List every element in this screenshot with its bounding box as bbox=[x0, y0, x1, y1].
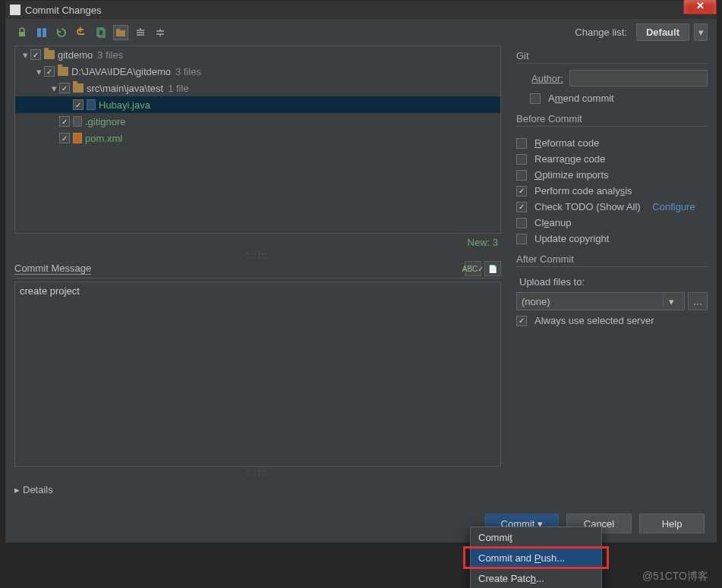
svg-rect-2 bbox=[43, 28, 46, 37]
upload-label: Upload files to: bbox=[519, 276, 708, 288]
tree-file-java[interactable]: Hubayi.java bbox=[15, 96, 500, 113]
rearrange-checkbox[interactable] bbox=[516, 154, 527, 165]
analysis-label: Perform code analysis bbox=[534, 185, 632, 197]
text-file-icon bbox=[73, 116, 82, 127]
optimize-label: Optimize imports bbox=[534, 169, 609, 181]
watermark: @51CTO博客 bbox=[642, 570, 708, 583]
tree-file-gitignore[interactable]: .gitignore bbox=[15, 113, 500, 130]
new-file-status: New: 3 bbox=[14, 234, 501, 250]
java-file-icon bbox=[87, 99, 96, 110]
lock-icon[interactable] bbox=[14, 25, 30, 40]
author-label: Author: bbox=[516, 73, 563, 84]
folder-icon bbox=[44, 50, 55, 59]
tree-label: Hubayi.java bbox=[99, 99, 150, 111]
tree-suffix: 1 file bbox=[168, 83, 188, 94]
tree-label: pom.xml bbox=[85, 133, 122, 144]
splitter-handle[interactable]: :::::: bbox=[14, 468, 501, 476]
file-tree[interactable]: ▾ gitdemo 3 files ▾ D:\JAVA\IDEA\gitdemo… bbox=[14, 46, 501, 234]
always-label: Always use selected server bbox=[534, 315, 654, 326]
cleanup-checkbox[interactable] bbox=[516, 218, 527, 228]
menu-commit[interactable]: Commit bbox=[471, 527, 601, 548]
history-icon[interactable]: 📄 bbox=[484, 261, 501, 276]
amend-checkbox[interactable] bbox=[530, 93, 541, 104]
upload-value: (none) bbox=[522, 296, 550, 307]
commit-message-input[interactable] bbox=[14, 281, 501, 467]
window-title: Commit Changes bbox=[25, 5, 101, 16]
tree-project[interactable]: ▾ D:\JAVA\IDEA\gitdemo 3 files bbox=[15, 63, 500, 80]
titlebar[interactable]: Commit Changes ✕ bbox=[5, 1, 717, 19]
configure-link[interactable]: Configure bbox=[652, 201, 695, 212]
reformat-checkbox[interactable] bbox=[516, 138, 527, 149]
svg-rect-5 bbox=[116, 30, 125, 36]
always-checkbox[interactable] bbox=[516, 316, 527, 326]
checkbox[interactable] bbox=[59, 116, 70, 127]
menu-commit-push[interactable]: Commit and Push... bbox=[471, 548, 601, 568]
copyright-label: Update copyright bbox=[534, 233, 609, 244]
right-panel: Git Author: Amend commit Before Commit R… bbox=[510, 46, 708, 528]
after-commit-section: After Commit bbox=[516, 253, 708, 267]
svg-rect-1 bbox=[37, 28, 41, 37]
before-commit-section: Before Commit bbox=[516, 113, 708, 127]
change-list-value[interactable]: Default bbox=[636, 24, 689, 41]
commit-dialog: Commit Changes ✕ Change list: Default ▾ … bbox=[5, 0, 717, 543]
todo-label: Check TODO (Show All) bbox=[534, 201, 641, 212]
spellcheck-icon[interactable]: ABC✓ bbox=[465, 261, 481, 276]
chevron-down-icon[interactable]: ▾ bbox=[33, 66, 44, 77]
commit-message-label: Commit Message bbox=[14, 263, 91, 275]
details-toggle[interactable]: ▸ Details bbox=[14, 484, 501, 495]
todo-checkbox[interactable] bbox=[516, 202, 527, 212]
change-list-label: Change list: bbox=[575, 27, 627, 38]
author-input[interactable] bbox=[569, 70, 708, 86]
splitter-handle[interactable]: :::::: bbox=[14, 251, 501, 259]
git-section: Git bbox=[516, 50, 708, 64]
checkbox[interactable] bbox=[59, 83, 70, 93]
change-list-dropdown[interactable]: ▾ bbox=[694, 24, 708, 41]
group-icon[interactable] bbox=[113, 25, 128, 40]
rearrange-label: Rearrange code bbox=[534, 153, 605, 165]
tree-label: gitdemo bbox=[58, 49, 93, 61]
tree-label: src\main\java\test bbox=[87, 83, 163, 94]
collapse-icon[interactable] bbox=[153, 25, 168, 40]
chevron-down-icon[interactable]: ▾ bbox=[663, 296, 679, 307]
svg-rect-0 bbox=[19, 32, 25, 36]
app-icon bbox=[10, 5, 20, 15]
refresh-icon[interactable] bbox=[54, 25, 69, 40]
expand-icon[interactable] bbox=[133, 25, 148, 40]
close-button[interactable]: ✕ bbox=[683, 0, 717, 14]
tree-suffix: 3 files bbox=[97, 49, 123, 61]
tree-file-pom[interactable]: pom.xml bbox=[15, 130, 500, 146]
overlay-icon[interactable] bbox=[93, 25, 109, 40]
cleanup-label: Cleanup bbox=[534, 217, 571, 228]
tree-label: .gitignore bbox=[85, 116, 125, 127]
chevron-down-icon[interactable]: ▾ bbox=[49, 83, 59, 94]
folder-icon bbox=[58, 67, 68, 76]
checkbox[interactable] bbox=[30, 49, 41, 60]
undo-icon[interactable] bbox=[74, 25, 89, 40]
diff-icon[interactable] bbox=[34, 25, 49, 40]
tree-suffix: 3 files bbox=[175, 66, 201, 77]
chevron-down-icon[interactable]: ▾ bbox=[20, 49, 30, 61]
help-button[interactable]: Help bbox=[639, 514, 705, 533]
xml-file-icon bbox=[73, 133, 82, 143]
toolbar: Change list: Default ▾ bbox=[5, 19, 717, 46]
chevron-right-icon: ▸ bbox=[14, 484, 20, 495]
commit-dropdown-menu: Commit Commit and Push... Create Patch..… bbox=[470, 527, 602, 588]
checkbox[interactable] bbox=[59, 133, 70, 143]
amend-label: Amend commit bbox=[548, 93, 614, 104]
tree-srcdir[interactable]: ▾ src\main\java\test 1 file bbox=[15, 80, 500, 96]
checkbox[interactable] bbox=[44, 66, 55, 77]
reformat-label: Reformat code bbox=[534, 137, 599, 149]
svg-rect-6 bbox=[116, 29, 120, 31]
optimize-checkbox[interactable] bbox=[516, 170, 527, 181]
upload-select[interactable]: (none) ▾ bbox=[516, 292, 685, 310]
details-label: Details bbox=[23, 484, 53, 495]
analysis-checkbox[interactable] bbox=[516, 186, 527, 197]
tree-label: D:\JAVA\IDEA\gitdemo bbox=[71, 66, 171, 77]
checkbox[interactable] bbox=[73, 99, 84, 110]
tree-root[interactable]: ▾ gitdemo 3 files bbox=[15, 46, 500, 63]
menu-create-patch[interactable]: Create Patch... bbox=[471, 568, 601, 588]
upload-browse[interactable]: … bbox=[688, 292, 708, 310]
folder-icon bbox=[73, 83, 84, 93]
copyright-checkbox[interactable] bbox=[516, 234, 527, 244]
